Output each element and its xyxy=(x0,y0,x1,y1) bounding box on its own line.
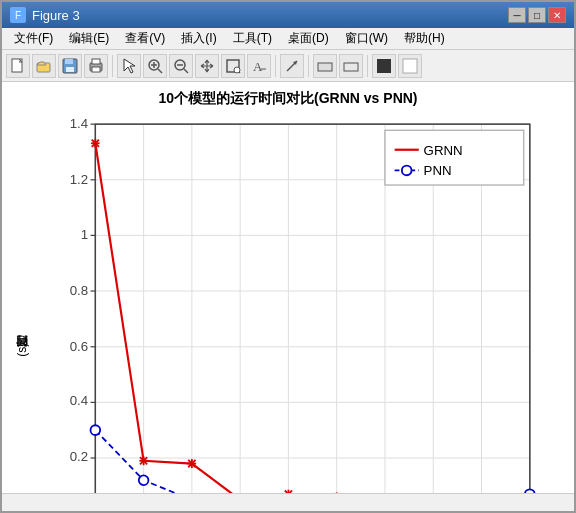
toolbar-new[interactable] xyxy=(6,54,30,78)
toolbar-separator-2 xyxy=(275,55,276,77)
chart-svg: 0 0.2 0.4 0.6 0.8 1 1.2 1.4 xyxy=(35,112,566,493)
window-title: Figure 3 xyxy=(32,8,80,23)
svg-rect-25 xyxy=(377,59,391,73)
svg-line-14 xyxy=(184,69,188,73)
svg-text:1.2: 1.2 xyxy=(70,172,88,187)
svg-point-123 xyxy=(91,425,101,435)
toolbar-separator-4 xyxy=(367,55,368,77)
status-bar xyxy=(2,493,574,511)
svg-rect-24 xyxy=(344,63,358,71)
toolbar-box1[interactable] xyxy=(313,54,337,78)
title-controls: ─ □ ✕ xyxy=(508,7,566,23)
svg-line-18 xyxy=(239,72,240,73)
svg-text:0.2: 0.2 xyxy=(70,449,88,464)
toolbar-zoom-in[interactable] xyxy=(143,54,167,78)
chart-inner: 0 0.2 0.4 0.6 0.8 1 1.2 1.4 xyxy=(35,112,566,493)
chart-container: 10个模型的运行时间对比(GRNN vs PNN) 运行时间(s) xyxy=(10,90,566,485)
toolbar-insert-text[interactable]: A xyxy=(247,54,271,78)
svg-text:1.4: 1.4 xyxy=(70,116,89,131)
toolbar-pan[interactable] xyxy=(195,54,219,78)
menu-tools[interactable]: 工具(T) xyxy=(225,28,280,49)
toolbar-zoom-box[interactable] xyxy=(221,54,245,78)
menu-insert[interactable]: 插入(I) xyxy=(173,28,224,49)
menu-view[interactable]: 查看(V) xyxy=(117,28,173,49)
minimize-button[interactable]: ─ xyxy=(508,7,526,23)
svg-text:0.8: 0.8 xyxy=(70,283,88,298)
svg-rect-4 xyxy=(66,67,74,72)
svg-rect-6 xyxy=(92,59,100,64)
toolbar-color1[interactable] xyxy=(372,54,396,78)
svg-rect-23 xyxy=(318,63,332,71)
menu-window[interactable]: 窗口(W) xyxy=(337,28,396,49)
svg-rect-26 xyxy=(403,59,417,73)
toolbar-separator-3 xyxy=(308,55,309,77)
svg-text:GRNN: GRNN xyxy=(424,143,463,158)
toolbar-separator-1 xyxy=(112,55,113,77)
svg-text:1: 1 xyxy=(81,227,88,242)
svg-rect-7 xyxy=(92,67,100,72)
svg-text:0.6: 0.6 xyxy=(70,338,88,353)
svg-text:A: A xyxy=(253,59,263,74)
toolbar-color2[interactable] xyxy=(398,54,422,78)
maximize-button[interactable]: □ xyxy=(528,7,546,23)
app-icon: F xyxy=(10,7,26,23)
toolbar-zoom-out[interactable] xyxy=(169,54,193,78)
chart-title: 10个模型的运行时间对比(GRNN vs PNN) xyxy=(10,90,566,108)
svg-rect-3 xyxy=(65,59,73,64)
chart-body: 运行时间(s) xyxy=(10,112,566,493)
toolbar: A xyxy=(2,50,574,82)
menu-bar: 文件(F) 编辑(E) 查看(V) 插入(I) 工具(T) 桌面(D) 窗口(W… xyxy=(2,28,574,50)
close-button[interactable]: ✕ xyxy=(548,7,566,23)
toolbar-cursor[interactable] xyxy=(117,54,141,78)
toolbar-arrow[interactable] xyxy=(280,54,304,78)
svg-line-10 xyxy=(158,69,162,73)
svg-point-124 xyxy=(139,475,149,485)
title-bar: F Figure 3 ─ □ ✕ xyxy=(2,2,574,28)
svg-rect-133 xyxy=(385,130,524,185)
toolbar-save[interactable] xyxy=(58,54,82,78)
toolbar-open[interactable] xyxy=(32,54,56,78)
y-axis-label: 运行时间(s) xyxy=(10,112,35,493)
menu-help[interactable]: 帮助(H) xyxy=(396,28,453,49)
svg-text:0.4: 0.4 xyxy=(70,393,89,408)
menu-file[interactable]: 文件(F) xyxy=(6,28,61,49)
main-window: F Figure 3 ─ □ ✕ 文件(F) 编辑(E) 查看(V) 插入(I)… xyxy=(0,0,576,513)
menu-desktop[interactable]: 桌面(D) xyxy=(280,28,337,49)
svg-text:PNN: PNN xyxy=(424,163,452,178)
title-bar-left: F Figure 3 xyxy=(10,7,80,23)
toolbar-box2[interactable] xyxy=(339,54,363,78)
svg-marker-8 xyxy=(124,59,135,73)
svg-point-141 xyxy=(402,166,412,176)
svg-point-132 xyxy=(525,489,535,493)
toolbar-print[interactable] xyxy=(84,54,108,78)
chart-area: 10个模型的运行时间对比(GRNN vs PNN) 运行时间(s) xyxy=(2,82,574,493)
menu-edit[interactable]: 编辑(E) xyxy=(61,28,117,49)
